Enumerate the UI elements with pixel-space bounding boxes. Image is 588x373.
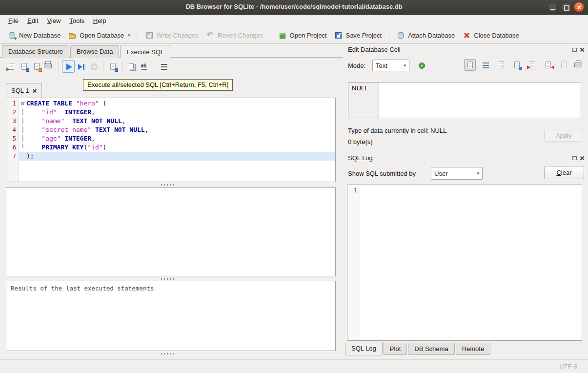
tab-browse-data[interactable]: Browse Data [70,45,119,58]
log-filter-label: Show SQL submitted by [348,170,416,177]
open-project-button[interactable]: Open Project [275,29,331,42]
float-panel-icon[interactable] [572,48,577,52]
write-changes-button[interactable]: Write Changes [142,29,203,42]
import-icon [528,61,537,69]
save-project-label: Save Project [345,32,382,39]
sql-editor[interactable]: 1⊟CREATE TABLE "hero" (2│ "id" INTEGER,3… [6,98,336,182]
save-sql-file-icon [20,62,28,71]
sql-log-view[interactable]: 1 [347,185,582,341]
editor-line-2[interactable]: 2│ "id" INTEGER, [6,108,335,117]
menu-help[interactable]: Help [89,16,111,26]
open-project-icon [279,31,287,40]
toolbar-separator [122,61,122,72]
dock-tab-remote[interactable]: Remote [456,343,491,355]
new-database-button[interactable]: New Database [4,29,64,42]
editor-line-7[interactable]: 7); [6,152,335,161]
sql-document-tab[interactable]: SQL 1 [6,83,42,98]
main-toolbar: New Database Open Database ▾ Write Chang… [0,27,588,44]
editor-line-1[interactable]: 1⊟CREATE TABLE "hero" ( [6,99,335,108]
paste-cell-button[interactable] [511,59,523,71]
open-in-new-tab-button[interactable] [125,60,138,73]
import-cell-button[interactable] [527,59,538,71]
sql-log-dock-controls [572,156,584,160]
editor-lines: 1⊟CREATE TABLE "hero" (2│ "id" INTEGER,3… [6,99,335,161]
editor-line-5[interactable]: 5│ "age" INTEGER, [6,134,335,143]
minimize-button[interactable] [547,2,558,12]
log-line-number: 1 [347,187,357,194]
dock-tab-db-schema[interactable]: DB Schema [408,343,454,355]
stop-execution-button[interactable] [87,60,100,73]
open-database-dropdown-icon[interactable]: ▾ [128,33,130,38]
splitter-handle[interactable] [161,278,176,280]
word-wrap-icon [160,62,168,71]
word-wrap-button[interactable] [158,60,170,73]
tab-database-structure[interactable]: Database Structure [2,45,69,58]
revert-changes-label: Revert Changes [218,32,264,39]
close-tab-icon[interactable] [32,88,37,93]
menu-edit[interactable]: Edit [23,16,42,26]
close-panel-icon[interactable] [580,156,584,160]
cell-size-text: 0 byte(s) [348,138,373,145]
statusbar: UTF-8 [0,359,588,373]
cell-value: NULL [352,84,368,92]
sql-toolbar [5,60,170,73]
print-sql-button[interactable] [43,60,56,73]
results-grid[interactable] [6,187,336,276]
menubar: File Edit View Tools Help [0,15,588,27]
menu-view[interactable]: View [42,16,65,26]
window-close-button[interactable] [574,2,584,12]
revert-changes-button[interactable]: Revert Changes [203,29,267,42]
edit-cell-title: Edit Database Cell [348,46,401,53]
print-icon [44,61,51,68]
splitter-handle[interactable] [161,184,176,186]
export-results-icon [109,62,117,71]
save-sql-as-icon [33,62,41,71]
editor-line-4[interactable]: 4│ "secret_name" TEXT NOT NULL, [6,125,335,134]
log-gutter: 1 [347,185,360,340]
cell-settings-button[interactable] [415,59,428,72]
set-null-button[interactable] [558,59,569,71]
dock-tab-plot[interactable]: Plot [384,343,407,355]
cell-value-editor[interactable]: NULL [348,82,580,118]
clear-log-button[interactable]: Clear [544,166,584,179]
export-cell-button[interactable] [542,59,554,71]
auto-complete-button[interactable] [138,60,151,73]
menu-file[interactable]: File [4,16,23,26]
log-filter-combobox[interactable]: User [431,167,483,180]
save-sql-file-button[interactable] [18,60,30,73]
mode-combobox[interactable]: Text [372,60,409,71]
dock-tab-sql-log[interactable]: SQL Log [345,342,383,355]
apply-button[interactable]: Apply [544,130,583,142]
save-project-button[interactable]: Save Project [330,29,385,42]
results-message-pane: Results of the last executed statements [6,281,336,351]
maximize-button[interactable] [561,2,571,12]
splitter-handle[interactable] [161,353,176,354]
text-mode-button[interactable] [464,59,476,71]
execute-line-icon [77,62,85,71]
copy-icon [497,61,506,69]
save-sql-as-button[interactable] [30,60,43,73]
word-wrap-cell-button[interactable] [480,59,491,71]
attach-database-button[interactable]: Attach Database [393,29,459,42]
editor-line-3[interactable]: 3│ "name" TEXT NOT NULL, [6,117,335,125]
execute-all-button[interactable] [62,60,75,73]
revert-changes-icon [206,31,215,40]
close-database-button[interactable]: Close Database [459,29,523,42]
export-results-button[interactable] [106,60,119,73]
settings-icon [418,62,426,70]
print-cell-button[interactable] [573,59,585,71]
menu-tools[interactable]: Tools [65,16,88,26]
dock-area: Edit Database Cell Mode: Text NULL Type … [343,44,588,359]
editor-line-6[interactable]: 6└ PRIMARY KEY("id") [6,143,335,152]
float-panel-icon[interactable] [572,156,577,160]
chevron-down-icon [472,171,479,176]
open-database-button[interactable]: Open Database ▾ [64,29,134,42]
open-sql-file-button[interactable] [5,60,18,73]
paste-icon [513,61,521,69]
execute-line-button[interactable] [75,60,87,73]
tab-execute-sql[interactable]: Execute SQL [120,45,170,58]
close-panel-icon[interactable] [580,47,584,52]
mode-label: Mode: [348,62,365,69]
chevron-down-icon [399,63,406,68]
copy-cell-button[interactable] [495,59,507,71]
